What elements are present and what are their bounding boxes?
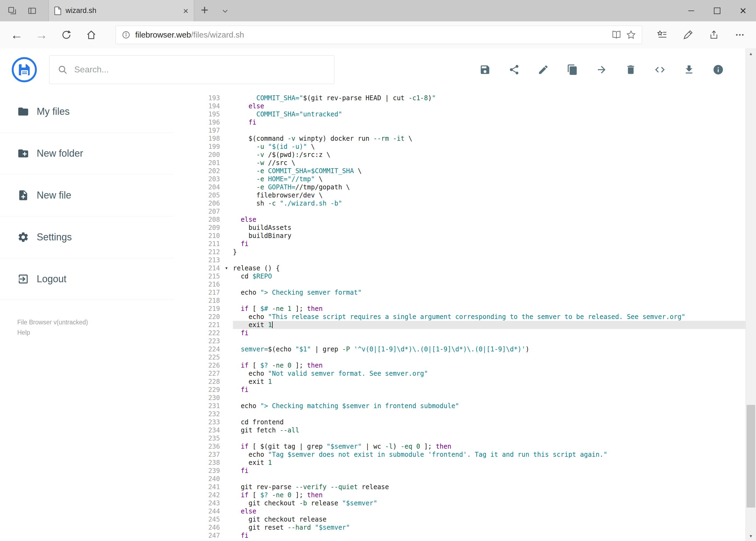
code-line[interactable]: COMMIT_SHA="untracked": [233, 110, 746, 118]
code-line[interactable]: [233, 394, 746, 402]
more-button[interactable]: [727, 21, 753, 48]
sidebar-item-settings[interactable]: Settings: [0, 216, 173, 258]
code-line[interactable]: buildBinary: [233, 232, 746, 240]
code-line[interactable]: if [ $? -ne 0 ]; then: [233, 361, 746, 369]
address-bar[interactable]: filebrowser.web/files/wizard.sh: [116, 26, 642, 44]
code-line[interactable]: echo "> Checking matching $semver in fro…: [233, 402, 746, 410]
code-line[interactable]: sh -c "./wizard.sh -b": [233, 199, 746, 208]
code-line[interactable]: fi: [233, 118, 746, 126]
scroll-down-button[interactable]: ▼: [746, 531, 756, 541]
code-line[interactable]: echo "Not valid semver format. See semve…: [233, 369, 746, 377]
tab-preview-button[interactable]: [22, 0, 42, 21]
code-line[interactable]: [233, 126, 746, 135]
minimize-button[interactable]: [678, 0, 704, 21]
code-line[interactable]: cd $REPO: [233, 272, 746, 280]
code-line[interactable]: [233, 434, 746, 442]
code-line[interactable]: else: [233, 216, 746, 224]
site-info-icon[interactable]: [122, 31, 130, 39]
maximize-button[interactable]: [704, 0, 730, 21]
web-note-button[interactable]: [675, 21, 701, 48]
browser-tab[interactable]: wizard.sh ×: [49, 0, 194, 21]
new-tab-button[interactable]: +: [194, 0, 215, 21]
share-file-button[interactable]: [508, 64, 520, 76]
scroll-up-button[interactable]: ▲: [746, 48, 756, 59]
code-line[interactable]: git checkout release: [233, 515, 746, 523]
share-button[interactable]: [701, 21, 727, 48]
tab-previews-toggle[interactable]: [215, 0, 235, 21]
sidebar-item-new-file[interactable]: New file: [0, 175, 173, 216]
code-line[interactable]: fi: [233, 240, 746, 248]
raw-code-button[interactable]: [654, 64, 666, 76]
code-line[interactable]: echo "Tag $semver does not exist in subm…: [233, 450, 746, 459]
code-line[interactable]: [233, 410, 746, 418]
line-number: 201: [173, 159, 220, 167]
move-button[interactable]: [596, 64, 608, 76]
code-line[interactable]: else: [233, 102, 746, 110]
code-line[interactable]: echo "This release script requires a sin…: [233, 313, 746, 321]
code-line[interactable]: release () {: [233, 264, 746, 272]
code-line[interactable]: cd frontend: [233, 418, 746, 426]
tabs-set-aside-button[interactable]: [2, 0, 22, 21]
code-line[interactable]: if [ $(git tag | grep "$semver" | wc -l)…: [233, 442, 746, 450]
home-button[interactable]: [79, 21, 104, 48]
code-line[interactable]: -e COMMIT_SHA=$COMMIT_SHA \: [233, 167, 746, 175]
download-button[interactable]: [683, 64, 695, 76]
code-line[interactable]: -v /$(pwd):/src:z \: [233, 151, 746, 159]
code-line[interactable]: -w //src \: [233, 159, 746, 167]
code-line[interactable]: git checkout -b release "$semver": [233, 499, 746, 507]
code-line[interactable]: exit 1: [233, 459, 746, 467]
code-line[interactable]: [233, 475, 746, 483]
edit-button[interactable]: [537, 64, 549, 76]
code-line[interactable]: COMMIT_SHA="$(git rev-parse HEAD | cut -…: [233, 94, 746, 102]
code-line[interactable]: fi: [233, 386, 746, 394]
copy-button[interactable]: [567, 64, 579, 76]
code-line[interactable]: -e HOME="//tmp" \: [233, 175, 746, 183]
code-line[interactable]: if [ $# -ne 1 ]; then: [233, 305, 746, 313]
code-line[interactable]: fi: [233, 329, 746, 337]
code-line[interactable]: semver=$(echo "$1" | grep -P '^v(0|[1-9]…: [233, 345, 746, 353]
code-line[interactable]: git rev-parse --verify --quiet release: [233, 483, 746, 491]
code-line[interactable]: -u "$(id -u)" \: [233, 143, 746, 151]
code-line[interactable]: [233, 296, 746, 305]
search-input[interactable]: Search...: [49, 55, 335, 84]
code-editor[interactable]: 193 COMMIT_SHA="$(git rev-parse HEAD | c…: [173, 91, 746, 541]
reading-view-icon[interactable]: [612, 31, 621, 39]
code-line[interactable]: exit 1: [233, 377, 746, 386]
code-line[interactable]: -e GOPATH=//tmp/gopath \: [233, 183, 746, 191]
code-line[interactable]: fi: [233, 467, 746, 475]
page-scrollbar[interactable]: ▲ ▼: [745, 48, 756, 541]
code-line[interactable]: [233, 280, 746, 288]
code-row: 218: [173, 296, 746, 305]
save-button[interactable]: [479, 64, 491, 76]
sidebar-item-logout[interactable]: Logout: [0, 258, 173, 300]
sidebar-item-my-files[interactable]: My files: [0, 91, 173, 133]
code-line[interactable]: [233, 337, 746, 345]
code-line[interactable]: else: [233, 507, 746, 515]
back-button[interactable]: ←: [4, 21, 29, 48]
close-window-button[interactable]: ×: [730, 0, 756, 21]
forward-button[interactable]: →: [29, 21, 54, 48]
code-line[interactable]: git reset --hard "$semver": [233, 523, 746, 532]
scrollbar-thumb[interactable]: [747, 405, 755, 507]
code-line[interactable]: git fetch --all: [233, 426, 746, 434]
code-line[interactable]: [233, 256, 746, 264]
help-link[interactable]: Help: [17, 327, 88, 337]
delete-button[interactable]: [625, 64, 637, 76]
sidebar-item-new-folder[interactable]: New folder: [0, 133, 173, 175]
tab-close-button[interactable]: ×: [183, 6, 188, 15]
code-line[interactable]: echo "> Checking semver format": [233, 288, 746, 296]
code-line[interactable]: }: [233, 248, 746, 256]
code-line[interactable]: fi: [233, 532, 746, 540]
fold-marker-icon[interactable]: ▾: [220, 264, 233, 272]
code-line[interactable]: [233, 208, 746, 216]
favorite-star-icon[interactable]: [626, 30, 636, 40]
hub-button[interactable]: [649, 21, 675, 48]
code-line[interactable]: filebrowser/dev \: [233, 191, 746, 199]
code-line[interactable]: [233, 353, 746, 361]
refresh-button[interactable]: [54, 21, 79, 48]
code-line[interactable]: exit 1: [233, 321, 746, 329]
code-line[interactable]: $(command -v winpty) docker run --rm -it…: [233, 135, 746, 143]
code-line[interactable]: buildAssets: [233, 224, 746, 232]
info-button[interactable]: [712, 64, 724, 76]
code-line[interactable]: if [ $? -ne 0 ]; then: [233, 491, 746, 499]
